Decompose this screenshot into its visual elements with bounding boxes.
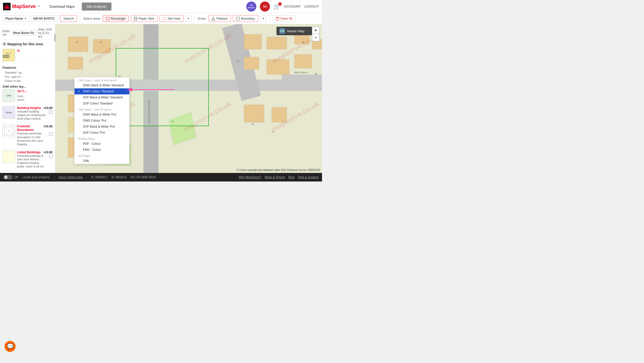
boundary-button[interactable]: Boundary	[233, 15, 258, 22]
main-content: ◀ Enter ref: Area: 0.93 ha (2.31 ac) ⊞ M…	[0, 24, 322, 173]
map-copyright: © Crown copyright and database rights 20…	[237, 169, 320, 171]
freehold-info: Freehold Boundaries +£9.88 Freehold owne…	[17, 125, 53, 146]
logo-tm: ™	[37, 5, 40, 8]
toolbar-divider-2	[194, 15, 195, 22]
dropdown-item-pdf[interactable]: PDF - Colour	[74, 141, 129, 147]
dropdown-item-gml[interactable]: GML	[74, 158, 129, 164]
why-mapserve-link[interactable]: Why MapServe?	[239, 175, 261, 179]
dropdown-item-dwg-bw-std[interactable]: DWG Black & White 'Standard'	[74, 82, 129, 88]
svg-text:75: 75	[99, 41, 102, 44]
maps-pricing-link[interactable]: Maps & Pricing	[265, 175, 285, 179]
layer-1m-thumb: 129m	[3, 89, 15, 102]
feature-button[interactable]: Feature	[208, 15, 231, 22]
svg-rect-5	[106, 17, 109, 20]
site-analyser-button[interactable]: Site Analyser	[82, 3, 111, 11]
dropdown-item-dxf-bw-std[interactable]: DXF Black & White 'Standard'	[74, 94, 129, 100]
listed-buildings-price: +£9.88	[43, 151, 53, 154]
paper-size-button[interactable]: A4 Paper Size	[131, 15, 158, 22]
logout-button[interactable]: LOGOUT	[304, 5, 319, 8]
cart-icon[interactable]: 🛒 1	[273, 3, 280, 10]
svg-text:REED WALK: REED WALK	[294, 71, 308, 74]
dropdown-item-png[interactable]: PNG - Colour	[74, 147, 129, 153]
feature-icon	[212, 17, 215, 20]
dropdown-item-dxf-colour-pro[interactable]: DXF Colour 'Pro'	[74, 130, 129, 136]
map-zoom-controls: + −	[312, 27, 319, 41]
layer-1m-label: 129m	[6, 94, 12, 97]
dropdown-check-2: ✓	[78, 90, 82, 93]
building-heights-checkbox[interactable]	[49, 110, 53, 114]
map-thumbnail: 20 | 1: QUEEN STREET	[3, 49, 15, 61]
map-thumb-sublabel: QUEEN STREET	[3, 55, 15, 58]
place-name-select[interactable]: Place Name ▼	[3, 15, 29, 22]
building-heights-desc: Indicative building heights for studying…	[17, 110, 48, 121]
layer-1m-desc: Cont...surve...	[17, 94, 26, 102]
clear-all-button[interactable]: Clear All	[273, 15, 296, 22]
map-layer-icon	[279, 28, 285, 34]
boundary-dropdown-button[interactable]: ▼	[260, 16, 266, 21]
zoom-in-button[interactable]: +	[312, 27, 319, 34]
place-name-label: Place Name	[5, 17, 23, 20]
layer-selector-arrow: ▼	[306, 30, 309, 32]
freehold-price: +£9.88	[43, 125, 53, 132]
layer-listed-buildings: Listed Buildings +£9.88 Protected buildi…	[3, 151, 53, 171]
listed-buildings-desc: Protected buildings & sites from Histori…	[17, 154, 48, 168]
set-area-button[interactable]: Set Area	[159, 15, 183, 22]
svg-rect-39	[244, 105, 264, 122]
locate-property-label: Locate your property	[22, 175, 50, 179]
rectangle-button[interactable]: Rectangle	[103, 15, 129, 22]
place-name-group: Place Name ▼ Search	[3, 15, 77, 22]
svg-rect-57	[280, 31, 285, 32]
toolbar-divider-1	[80, 15, 80, 22]
dropdown-group-label-2: CAD maps - Upto 67 layers	[74, 106, 129, 112]
svg-rect-18	[143, 24, 158, 173]
freehold-checkbox[interactable]	[49, 132, 53, 136]
save-open-area-label[interactable]: Save / Open Area	[59, 175, 83, 179]
layer-building-heights: 10.8m Building Heights +£9.88 Indicative…	[3, 106, 53, 123]
logo-icon	[3, 3, 11, 10]
layer-item-1m: 129m 1m C... Cont...surve...	[3, 89, 53, 104]
dropdown-item-dwg-colour-std[interactable]: ✓ DWG Colour 'Standard'	[74, 88, 129, 94]
svg-rect-36	[244, 57, 259, 69]
set-area-dropdown-button[interactable]: ▼	[185, 16, 191, 21]
map-layer-selector[interactable]: Master Map ▼	[276, 27, 312, 35]
map-area[interactable]: WEAR BARTON ROAD REED WALK	[55, 24, 322, 173]
map-format-label[interactable]: O	[17, 49, 20, 53]
zoom-out-button[interactable]: −	[312, 34, 319, 41]
boundary-icon	[236, 17, 240, 20]
svg-text:25: 25	[302, 41, 304, 44]
dropdown-item-dxf-colour-std[interactable]: DXF Colour 'Standard'	[74, 100, 129, 106]
set-area-icon	[163, 17, 166, 20]
svg-rect-33	[267, 37, 287, 49]
boundary-dropdown-arrow: ▼	[262, 17, 265, 20]
set-area-dropdown-arrow: ▼	[187, 17, 190, 20]
ref-input[interactable]	[11, 30, 36, 36]
locate-toggle[interactable]	[4, 175, 13, 179]
add-layers-title: Add other lay...	[3, 85, 53, 88]
listed-buildings-checkbox[interactable]	[49, 155, 53, 158]
layer-1m-name: 1m C...	[17, 89, 27, 93]
svg-rect-37	[267, 59, 289, 75]
toggle-circle	[4, 175, 8, 179]
easting-label: E: 294958.1	[91, 175, 108, 179]
search-input[interactable]	[31, 15, 59, 22]
svg-rect-10	[236, 17, 239, 20]
blog-link[interactable]: Blog	[289, 175, 295, 179]
ref-row: Enter ref: Area: 0.93 ha (2.31 ac)	[3, 27, 53, 40]
dropdown-item-dxf-bw-pro[interactable]: DXF Black & White 'Pro'	[74, 124, 129, 130]
freehold-desc: Freehold ownership boundaries in CAD for…	[17, 132, 48, 146]
search-button[interactable]: Search	[60, 15, 77, 22]
os-partner-badge: OSPartner	[246, 2, 256, 12]
dropdown-item-dwg-colour-pro[interactable]: DWG Colour 'Pro'	[74, 118, 129, 124]
northing-label: N: 89343.6	[112, 175, 127, 179]
draw-label: Draw:	[198, 17, 206, 20]
account-button[interactable]: ACCOUNT	[284, 5, 301, 8]
svg-text:38: 38	[171, 120, 174, 123]
help-support-link[interactable]: Help & Support	[298, 175, 318, 179]
download-maps-button[interactable]: Download Maps	[45, 3, 79, 11]
feature-item-1: 'Standard': up...	[5, 70, 53, 75]
toggle-off-label: Off	[14, 175, 18, 179]
svg-rect-55	[279, 28, 285, 34]
freehold-icon	[3, 125, 15, 137]
dropdown-item-dwg-bw-pro[interactable]: DWG Black & White 'Pro'	[74, 112, 129, 118]
paper-icon: A4	[134, 17, 137, 20]
